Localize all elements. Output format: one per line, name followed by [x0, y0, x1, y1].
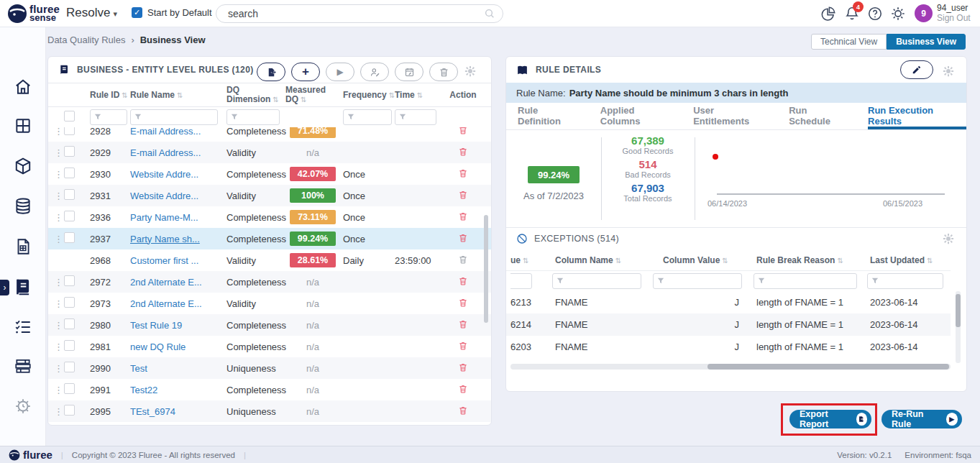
row-checkbox[interactable]	[64, 383, 75, 394]
sidebar-item-stack-icon[interactable]	[14, 357, 32, 375]
table-row[interactable]: ⋮2995TEst_6974Uniquenessn/a	[48, 400, 491, 422]
delete-icon[interactable]	[458, 319, 468, 329]
drag-handle-icon[interactable]: ⋮	[54, 212, 64, 223]
rule-name-link[interactable]: new DQ Rule	[130, 341, 186, 352]
sidebar-item-grid-icon[interactable]	[14, 116, 32, 135]
delete-icon[interactable]	[458, 233, 468, 243]
export-rules-button[interactable]	[257, 63, 285, 81]
sidebar-item-cube-icon[interactable]	[14, 157, 32, 175]
delete-icon[interactable]	[458, 384, 468, 394]
search-box[interactable]	[216, 4, 503, 23]
table-settings-gear-icon[interactable]	[464, 65, 477, 78]
col-time[interactable]: Time⇅	[395, 91, 445, 100]
row-checkbox[interactable]	[64, 362, 75, 372]
drag-handle-icon[interactable]: ⋮	[54, 320, 64, 331]
table-row[interactable]: ⋮2981new DQ RuleCompletenessn/a	[48, 336, 491, 357]
row-checkbox[interactable]	[64, 211, 75, 221]
delete-icon[interactable]	[458, 255, 468, 265]
row-checkbox[interactable]	[64, 297, 75, 308]
drag-handle-icon[interactable]: ⋮	[54, 234, 64, 244]
drag-handle-icon[interactable]: ⋮	[54, 341, 64, 352]
tab-run-schedule[interactable]: Run Schedule	[789, 103, 849, 129]
reports-pie-icon[interactable]	[820, 6, 836, 22]
edit-rule-button[interactable]	[900, 60, 933, 79]
rule-name-link[interactable]: E-mail Address...	[130, 127, 201, 137]
row-checkbox[interactable]	[64, 168, 75, 178]
add-rule-button[interactable]: +	[291, 63, 320, 81]
filter-input[interactable]	[343, 109, 392, 125]
sidebar-item-database-icon[interactable]	[14, 197, 32, 216]
delete-icon[interactable]	[458, 211, 468, 221]
drag-handle-icon[interactable]: ⋮	[54, 363, 64, 374]
delete-icon[interactable]	[458, 147, 468, 157]
start-by-default-checkbox[interactable]: ✓	[132, 7, 142, 18]
rule-name-link[interactable]: Website Addre...	[130, 191, 198, 201]
drag-handle-icon[interactable]: ⋮	[54, 169, 64, 180]
select-all-checkbox[interactable]	[64, 111, 75, 122]
delete-icon[interactable]	[458, 276, 468, 286]
exceptions-horizontal-scrollbar[interactable]	[510, 364, 951, 370]
row-checkbox[interactable]	[64, 405, 75, 416]
rule-name-link[interactable]: E-mail Address...	[130, 147, 201, 158]
table-row[interactable]: ⋮2990TestUniquenessn/a	[48, 357, 491, 379]
run-rules-button[interactable]: ▶	[326, 63, 354, 81]
export-report-button[interactable]: Export Report	[789, 410, 871, 428]
filter-input[interactable]	[552, 273, 641, 289]
table-row[interactable]: ⋮2928E-mail Address...Completeness71.48%	[48, 127, 491, 142]
col-key-value[interactable]: ue⇅	[510, 255, 545, 265]
exceptions-settings-gear-icon[interactable]	[942, 232, 955, 245]
table-row[interactable]: 2968Customer first ...Validity28.61%Dail…	[48, 249, 491, 271]
table-row[interactable]: ⋮29722nd Alternate E...Completenessn/a	[48, 271, 491, 293]
delete-icon[interactable]	[458, 341, 468, 351]
help-icon[interactable]	[867, 6, 883, 22]
table-row[interactable]: ⋮29732nd Alternate E...Validityn/a	[48, 293, 491, 314]
drag-handle-icon[interactable]: ⋮	[54, 191, 64, 201]
filter-input[interactable]	[130, 109, 218, 125]
rule-name-link[interactable]: Party Name sh...	[130, 234, 200, 244]
delete-icon[interactable]	[458, 362, 468, 372]
exception-row[interactable]: 6214FNAMEJlength of FNAME = 12023-06-14	[506, 313, 951, 336]
drag-handle-icon[interactable]: ⋮	[54, 277, 64, 288]
drag-handle-icon[interactable]: ⋮	[54, 385, 64, 395]
tab-user-entitlements[interactable]: User Entitlements	[693, 103, 770, 129]
exception-row[interactable]: 6203FNAMEJlength of FNAME = 12023-06-14	[506, 336, 951, 358]
row-checkbox[interactable]	[64, 340, 75, 351]
row-checkbox[interactable]	[64, 146, 75, 157]
rule-name-link[interactable]: TEst_6974	[130, 406, 175, 417]
sidebar-item-home-icon[interactable]	[14, 78, 32, 96]
filter-input[interactable]	[395, 109, 436, 125]
rule-name-link[interactable]: 2nd Alternate E...	[130, 277, 202, 288]
search-input[interactable]	[228, 8, 484, 19]
table-row[interactable]: ⋮2930Website Addre...Completeness42.07%O…	[48, 163, 491, 185]
filter-input[interactable]	[90, 109, 127, 125]
settings-gear-icon[interactable]	[890, 6, 906, 22]
filter-input[interactable]	[867, 273, 943, 289]
rule-name-link[interactable]: Customer first ...	[130, 255, 198, 266]
exception-row[interactable]: 6213FNAMEJlength of FNAME = 12023-06-14	[506, 291, 951, 313]
col-measured-dq[interactable]: Measured DQ⇅	[285, 86, 340, 104]
filter-input[interactable]	[754, 273, 857, 289]
col-rule-name[interactable]: Rule Name⇅	[130, 91, 226, 100]
table-row[interactable]: ⋮2937Party Name sh...Completeness99.24%O…	[48, 228, 491, 249]
rule-name-link[interactable]: Test22	[130, 385, 157, 395]
avatar[interactable]: 9	[915, 4, 933, 22]
signout-link[interactable]: Sign Out	[937, 13, 971, 23]
col-rule-break-reason[interactable]: Rule Break Reason⇅	[746, 255, 861, 265]
sidebar-item-report-file-icon[interactable]	[14, 237, 32, 256]
filter-input[interactable]	[653, 273, 742, 289]
sidebar-item-scheduler-gear-icon[interactable]	[14, 397, 32, 416]
delete-icon[interactable]	[458, 168, 468, 178]
fluree-sense-logo[interactable]: fluree sense	[7, 4, 60, 24]
tab-applied-columns[interactable]: Applied Columns	[600, 103, 674, 129]
details-settings-gear-icon[interactable]	[942, 65, 955, 78]
col-rule-id[interactable]: Rule ID⇅	[86, 91, 130, 100]
schedule-button[interactable]	[395, 63, 423, 81]
drag-handle-icon[interactable]: ⋮	[54, 406, 64, 417]
col-frequency[interactable]: Frequency⇅	[340, 91, 395, 100]
table-row[interactable]: ⋮2980Test Rule 19Completenessn/a	[48, 314, 491, 336]
sidebar-item-checklist-icon[interactable]	[14, 318, 32, 336]
sidebar-item-rules-book-icon-active[interactable]	[14, 278, 32, 296]
filter-input[interactable]	[226, 109, 280, 125]
table-row[interactable]: ⋮2929E-mail Address...Validityn/a	[48, 142, 491, 163]
drag-handle-icon[interactable]: ⋮	[54, 127, 64, 137]
